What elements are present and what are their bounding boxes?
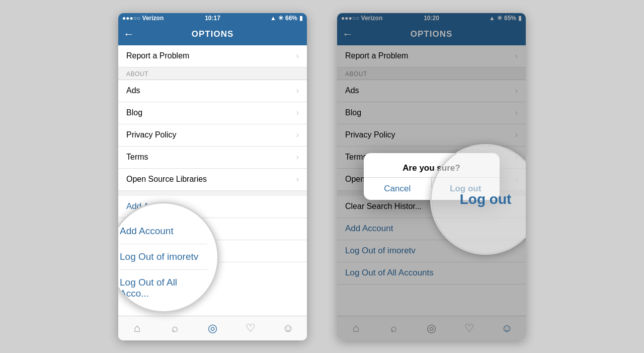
status-battery-left: 66%	[285, 15, 297, 22]
dialog-title-right: Are you sure?	[364, 153, 500, 177]
list-item-blog-left[interactable]: Blog ›	[118, 102, 307, 124]
status-bluetooth-left: ✳	[278, 15, 283, 22]
tab-home-left[interactable]: ⌂	[130, 321, 145, 336]
tab-search-left[interactable]: ⌕	[168, 321, 183, 336]
dialog-overlay-right: Are you sure? Cancel Log out	[337, 13, 526, 340]
list-item-ads-left[interactable]: Ads ›	[118, 80, 307, 102]
mag-item-logout: Log Out of imoretv	[120, 244, 207, 270]
list-item-report-left[interactable]: Report a Problem ›	[118, 45, 307, 67]
ads-label-left: Ads	[126, 86, 140, 95]
dialog-cancel-button[interactable]: Cancel	[364, 178, 432, 200]
mag-item-logout-all: Log Out of All Acco...	[120, 270, 207, 306]
chevron-privacy-left: ›	[296, 130, 299, 139]
status-location-left: ▲	[270, 15, 276, 22]
dialog-buttons-right: Cancel Log out	[364, 177, 500, 200]
chevron-ads-left: ›	[296, 86, 299, 95]
privacy-label-left: Privacy Policy	[126, 130, 177, 139]
nav-bar-left: ← OPTIONS	[118, 23, 307, 45]
nav-title-left: OPTIONS	[192, 29, 234, 39]
dialog-box-right: Are you sure? Cancel Log out	[364, 153, 500, 200]
chevron-opensource-left: ›	[296, 175, 299, 184]
status-carrier-left: ●●●○○ Verizon	[122, 15, 164, 22]
back-button-left[interactable]: ←	[123, 28, 134, 41]
tab-heart-left[interactable]: ♡	[243, 321, 258, 336]
list-item-opensource-left[interactable]: Open Source Libraries ›	[118, 169, 307, 191]
report-label-left: Report a Problem	[126, 51, 189, 60]
dialog-confirm-button[interactable]: Log out	[432, 178, 500, 200]
status-bar-left: ●●●○○ Verizon 10:17 ▲ ✳ 66% ▮	[118, 13, 307, 23]
battery-icon-left: ▮	[299, 15, 303, 22]
status-right-left: ▲ ✳ 66% ▮	[270, 15, 303, 22]
tab-profile-left[interactable]: ☺	[281, 321, 296, 336]
tab-camera-left[interactable]: ◎	[205, 321, 220, 336]
tab-bar-left: ⌂ ⌕ ◎ ♡ ☺	[118, 316, 307, 340]
list-item-privacy-left[interactable]: Privacy Policy ›	[118, 124, 307, 147]
chevron-blog-left: ›	[296, 108, 299, 117]
terms-label-left: Terms	[126, 153, 148, 162]
list-item-terms-left[interactable]: Terms ›	[118, 147, 307, 169]
phone-left: ●●●○○ Verizon 10:17 ▲ ✳ 66% ▮ ← OPTIONS …	[118, 13, 307, 340]
chevron-report-left: ›	[296, 51, 299, 60]
chevron-terms-left: ›	[296, 153, 299, 162]
phone-right: ●●●○○ Verizon 10:20 ▲ ✳ 65% ▮ ← OPTIONS …	[337, 13, 526, 340]
magnifier-content-left: Add Account Log Out of imoretv Log Out o…	[118, 203, 217, 313]
opensource-label-left: Open Source Libraries	[126, 175, 207, 184]
status-time-left: 10:17	[205, 15, 220, 22]
mag-item-add: Add Account	[120, 219, 207, 244]
group-separator-left	[118, 191, 307, 196]
about-header-left: ABOUT	[118, 67, 307, 80]
blog-label-left: Blog	[126, 108, 142, 117]
